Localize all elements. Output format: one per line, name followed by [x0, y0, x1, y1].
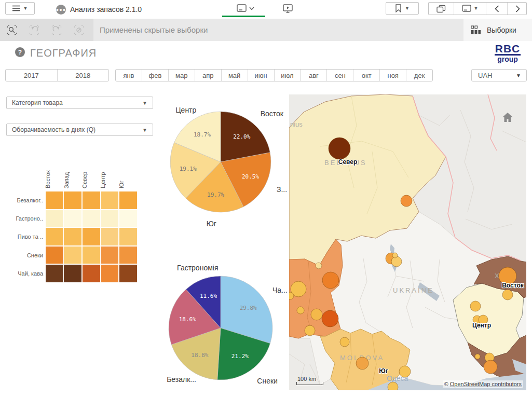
- map-bubble[interactable]: [322, 310, 338, 327]
- heatmap-cell[interactable]: [64, 247, 81, 264]
- month-button[interactable]: янв: [116, 70, 142, 81]
- duplicate-sheet-button[interactable]: [429, 3, 454, 15]
- map-bubble-label: Север: [338, 158, 358, 166]
- heatmap-col-label: Восток: [45, 170, 51, 188]
- sheet-selector-button[interactable]: [237, 4, 254, 12]
- heatmap-cell[interactable]: [83, 228, 100, 245]
- month-button[interactable]: ноя: [379, 70, 406, 81]
- heatmap-cell[interactable]: [46, 265, 63, 282]
- map-bubble[interactable]: [392, 253, 398, 258]
- month-button[interactable]: авг: [300, 70, 326, 81]
- map-bubble[interactable]: [401, 195, 412, 207]
- rbc-group-logo: RBC group: [490, 44, 525, 65]
- smart-search-icon[interactable]: [6, 24, 18, 36]
- top-toolbar: ▼ ●●● Анализ запасов 2.1.0: [0, 0, 532, 19]
- pie-chart-categories: 29.8%Ча...21.2%Снеки18.8%Безалк...18.6%1…: [149, 264, 290, 393]
- help-icon[interactable]: ?: [15, 47, 25, 57]
- heatmap-cell[interactable]: [46, 191, 63, 209]
- next-sheet-button[interactable]: [508, 3, 528, 15]
- month-button[interactable]: сен: [326, 70, 353, 81]
- story-button[interactable]: [283, 4, 293, 13]
- heatmap-cell[interactable]: [119, 191, 137, 209]
- pie-value-label: 19.7%: [207, 191, 224, 198]
- sheet-list-button[interactable]: ▼: [454, 3, 486, 15]
- map-bubble[interactable]: [311, 309, 322, 320]
- map-bubble[interactable]: [316, 263, 322, 269]
- hamburger-icon: [12, 5, 20, 11]
- month-button[interactable]: мар: [168, 70, 195, 81]
- heatmap-cell[interactable]: [101, 228, 118, 245]
- pie-value-label: 11.6%: [200, 293, 217, 299]
- selections-tool-button[interactable]: Выборки: [463, 19, 532, 41]
- heatmap-cell[interactable]: [119, 265, 137, 282]
- year-button[interactable]: 2017: [6, 70, 57, 81]
- heatmap-cell[interactable]: [83, 191, 100, 209]
- attribution-link[interactable]: OpenStreetMap contributors: [450, 381, 522, 387]
- map-bubble[interactable]: [388, 382, 398, 390]
- heatmap-row-label: Пиво та ..: [8, 228, 43, 246]
- pie-value-label: 21.2%: [231, 353, 249, 360]
- map-bubble[interactable]: [297, 307, 304, 314]
- currency-value: UAH: [472, 70, 516, 81]
- pie-chart-regions: 22.0%Восток20.5%З...19.7%Юг19.1%18.7%Цен…: [156, 103, 290, 229]
- measure-filter-dropdown[interactable]: Оборачиваемость в днях (Q) ▼: [6, 124, 153, 136]
- prev-sheet-button[interactable]: [486, 3, 508, 15]
- heatmap-row-label: Безалког..: [8, 191, 43, 210]
- currency-dropdown[interactable]: UAH ▼: [471, 69, 527, 81]
- heatmap-cell[interactable]: [46, 247, 63, 264]
- app-menu-button[interactable]: ▼: [5, 2, 35, 15]
- map-bubble[interactable]: [329, 138, 350, 159]
- chevron-down-icon: ▼: [142, 127, 147, 133]
- year-filter: 20172018: [5, 69, 109, 81]
- map-bubble[interactable]: [305, 325, 315, 336]
- month-button[interactable]: июл: [274, 70, 301, 81]
- heatmap-cell[interactable]: [119, 247, 137, 264]
- map-bubble[interactable]: [356, 357, 369, 369]
- step-forward-icon[interactable]: [51, 24, 62, 36]
- map-bubble[interactable]: [340, 337, 349, 347]
- map-bubble[interactable]: [484, 360, 497, 374]
- sheet-nav-group: ▼: [428, 2, 527, 15]
- month-button[interactable]: окт: [353, 70, 379, 81]
- heatmap-cell[interactable]: [46, 228, 63, 245]
- logo-line2: group: [490, 56, 525, 63]
- heatmap-cell[interactable]: [101, 210, 118, 227]
- heatmap-cell[interactable]: [101, 191, 118, 209]
- map-bubble[interactable]: [322, 272, 339, 289]
- heatmap-cell[interactable]: [64, 265, 81, 282]
- map-chart[interactable]: niusBELARUSUKRAINEMOLDOVAОдесаХарків Сев…: [289, 94, 526, 390]
- heatmap-cell[interactable]: [101, 247, 118, 264]
- heatmap-cell[interactable]: [101, 265, 118, 282]
- year-button[interactable]: 2018: [57, 70, 109, 81]
- bookmark-icon: [395, 4, 402, 12]
- heatmap-cell[interactable]: [119, 228, 137, 245]
- map-bubble[interactable]: [475, 354, 480, 359]
- heatmap-cell[interactable]: [64, 210, 81, 227]
- map-bubble[interactable]: [289, 292, 294, 299]
- heatmap-cell[interactable]: [64, 191, 81, 209]
- month-button[interactable]: май: [221, 70, 248, 81]
- map-bubble[interactable]: [470, 301, 481, 311]
- month-button[interactable]: дек: [406, 70, 432, 81]
- clear-selections-icon[interactable]: [73, 24, 85, 36]
- heatmap-cell[interactable]: [83, 210, 100, 227]
- month-button[interactable]: июн: [248, 70, 274, 81]
- step-back-icon[interactable]: [29, 24, 40, 36]
- month-button[interactable]: фев: [142, 70, 168, 81]
- map-bubble[interactable]: [399, 366, 411, 377]
- pie-value-label: 20.5%: [242, 173, 259, 180]
- heatmap-row-label: Снеки: [8, 247, 43, 265]
- map-home-button[interactable]: [500, 110, 515, 125]
- heatmap-cell[interactable]: [83, 265, 100, 282]
- month-button[interactable]: апр: [195, 70, 221, 81]
- heatmap-cell[interactable]: [64, 228, 81, 245]
- bookmarks-button[interactable]: ▼: [386, 2, 419, 15]
- heatmap-cell[interactable]: [46, 210, 63, 227]
- heatmap-cell[interactable]: [83, 247, 100, 264]
- map-bubble[interactable]: [502, 290, 513, 300]
- heatmap-cell[interactable]: [119, 210, 137, 227]
- chevron-down-icon: ▼: [405, 6, 410, 11]
- pie-value-label: 18.7%: [194, 131, 211, 138]
- category-filter-dropdown[interactable]: Категория товара ▼: [6, 97, 153, 109]
- map-bubble[interactable]: [391, 256, 402, 267]
